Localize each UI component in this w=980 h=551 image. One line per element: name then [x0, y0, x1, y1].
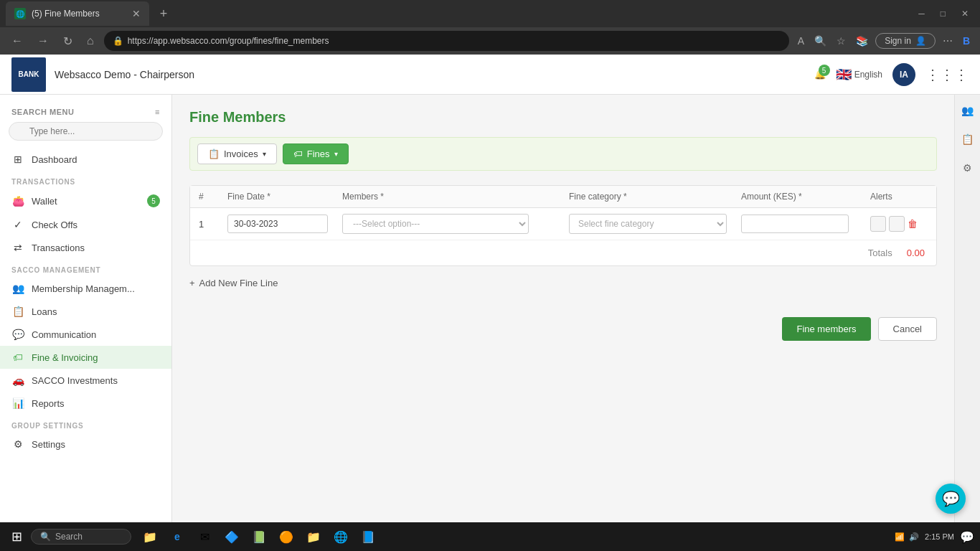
amount-cell: [741, 215, 870, 233]
favorites-icon[interactable]: ☆: [834, 32, 849, 50]
taskbar: ⊞ 🔍 Search 📁 e ✉ 🔷 📗 🟠 📁 🌐 📘 📶 🔊 2:15 PM…: [0, 522, 980, 551]
edge-icon: B: [960, 32, 973, 50]
search-input[interactable]: [9, 122, 163, 141]
taskbar-icon-files[interactable]: 📁: [137, 524, 163, 550]
date-cell: [227, 215, 342, 233]
minimize-button[interactable]: ─: [913, 6, 930, 22]
delete-row-icon[interactable]: 🗑: [908, 218, 918, 230]
search-menu-label: SEARCH MENU ≡: [0, 102, 171, 119]
alert-icon-2[interactable]: [889, 216, 905, 232]
communication-icon: 💬: [11, 329, 24, 340]
sidebar-item-dashboard[interactable]: ⊞ Dashboard: [0, 148, 171, 171]
new-tab-button[interactable]: +: [154, 4, 174, 24]
tab-favicon: 🌐: [14, 8, 26, 19]
taskbar-icon-app3[interactable]: 🟠: [273, 524, 299, 550]
fine-category-select[interactable]: Select fine category: [569, 214, 727, 234]
back-button[interactable]: ←: [7, 32, 27, 50]
alert-icon-1[interactable]: [870, 216, 886, 232]
maximize-button[interactable]: □: [935, 6, 951, 22]
search-icon[interactable]: 🔍: [811, 32, 829, 50]
language-button[interactable]: 🇬🇧 English: [836, 67, 882, 83]
sidebar-item-checkoffs[interactable]: ✓ Check Offs: [0, 213, 171, 236]
add-new-fine-line-button[interactable]: + Add New Fine Line: [189, 272, 278, 294]
start-button[interactable]: ⊞: [6, 526, 28, 547]
table-row: 1 ---Select option--- Select fine catego…: [190, 208, 936, 240]
col-fine-category: Fine category *: [569, 192, 741, 202]
home-button[interactable]: ⌂: [83, 32, 98, 50]
invoices-button[interactable]: 📋 Invoices ▾: [197, 143, 277, 164]
search-input-wrap: 🔍: [0, 119, 171, 148]
alert-icons-cell: 🗑: [870, 216, 928, 232]
sidebar-item-reports[interactable]: 📊 Reports: [0, 392, 171, 415]
page-title: Fine Members: [189, 109, 937, 126]
reports-icon: 📊: [11, 397, 24, 409]
nav-right: A 🔍 ☆ 📚 Sign in 👤 ⋯ B: [795, 32, 973, 50]
lock-icon: 🔒: [113, 36, 123, 46]
menu-lines-icon: ≡: [155, 108, 160, 116]
amount-input[interactable]: [741, 215, 849, 233]
grid-menu-icon[interactable]: ⋮⋮⋮: [925, 66, 969, 83]
taskbar-chat-icon[interactable]: 💬: [960, 530, 974, 544]
sidebar-item-loans[interactable]: 📋 Loans: [0, 300, 171, 323]
sign-in-button[interactable]: Sign in 👤: [875, 33, 936, 49]
main-layout: SEARCH MENU ≡ 🔍 ⊞ Dashboard TRANSACTIONS…: [0, 95, 980, 522]
taskbar-icon-app1[interactable]: 🔷: [219, 524, 245, 550]
sidebar-item-investments[interactable]: 🚗 SACCO Investments: [0, 369, 171, 392]
col-num: #: [199, 192, 227, 202]
sidebar-item-fine-invoicing[interactable]: 🏷 Fine & Invoicing: [0, 346, 171, 369]
browser-tab[interactable]: 🌐 (5) Fine Members ✕: [6, 1, 149, 26]
chat-bubble[interactable]: 💬: [936, 484, 966, 514]
notification-button[interactable]: 🔔 5: [814, 69, 826, 80]
taskbar-icon-app2[interactable]: 📗: [246, 524, 272, 550]
address-bar[interactable]: 🔒 https://app.websacco.com/group/fines/f…: [104, 31, 789, 51]
taskbar-icon-word[interactable]: 📘: [355, 524, 381, 550]
right-panel: 👥 📋 ⚙: [954, 95, 980, 522]
sidebar-item-transactions[interactable]: ⇄ Transactions: [0, 236, 171, 259]
col-fine-date: Fine Date *: [227, 192, 342, 202]
taskbar-right: 📶 🔊 2:15 PM 💬: [895, 530, 974, 544]
transactions-icon: ⇄: [11, 242, 24, 253]
user-avatar[interactable]: IA: [892, 63, 915, 86]
translate-icon[interactable]: A: [795, 32, 807, 50]
header-right: 🔔 5 🇬🇧 English IA ⋮⋮⋮: [814, 63, 969, 86]
fine-date-input[interactable]: [227, 215, 328, 233]
settings-icon: ⚙: [11, 438, 24, 450]
member-select[interactable]: ---Select option---: [342, 214, 529, 234]
taskbar-icon-app5[interactable]: 🌐: [328, 524, 354, 550]
fine-table: # Fine Date * Members * Fine category * …: [189, 185, 937, 266]
browser-nav: ← → ↻ ⌂ 🔒 https://app.websacco.com/group…: [0, 27, 980, 55]
right-panel-icon-2[interactable]: 📋: [958, 129, 978, 149]
more-options-icon[interactable]: ⋯: [940, 32, 956, 50]
right-panel-icon-3[interactable]: ⚙: [958, 158, 978, 178]
sidebar-item-wallet[interactable]: 👛 Wallet 5: [0, 189, 171, 213]
sidebar-item-membership[interactable]: 👥 Membership Managem...: [0, 277, 171, 300]
sys-tray: 📶 🔊: [895, 532, 919, 542]
sidebar-item-communication[interactable]: 💬 Communication: [0, 323, 171, 346]
loans-icon: 📋: [11, 306, 24, 317]
close-button[interactable]: ✕: [956, 6, 974, 22]
col-members: Members *: [342, 192, 569, 202]
membership-icon: 👥: [11, 283, 24, 294]
clock: 2:15 PM: [925, 532, 954, 541]
toolbar: 📋 Invoices ▾ 🏷 Fines ▾: [189, 137, 937, 171]
cancel-button[interactable]: Cancel: [878, 317, 937, 341]
sidebar-item-settings[interactable]: ⚙ Settings: [0, 433, 171, 456]
collections-icon[interactable]: 📚: [853, 32, 871, 50]
flag-icon: 🇬🇧: [836, 67, 852, 83]
reload-button[interactable]: ↻: [59, 32, 77, 51]
right-panel-icon-1[interactable]: 👥: [958, 100, 978, 121]
fines-button[interactable]: 🏷 Fines ▾: [283, 143, 349, 164]
taskbar-icon-mail[interactable]: ✉: [192, 524, 217, 550]
invoices-icon: 📋: [208, 149, 220, 159]
totals-label: Totals: [868, 248, 892, 258]
forward-button[interactable]: →: [33, 32, 53, 50]
taskbar-search[interactable]: 🔍 Search: [31, 529, 131, 545]
wallet-badge: 5: [147, 194, 160, 207]
network-icon: 📶: [895, 532, 905, 542]
taskbar-icon-edge[interactable]: e: [164, 524, 190, 550]
taskbar-icon-app4[interactable]: 📁: [301, 524, 326, 550]
col-alerts: Alerts: [870, 192, 928, 202]
checkoffs-icon: ✓: [11, 219, 24, 230]
fine-members-button[interactable]: Fine members: [782, 317, 870, 341]
tab-close-icon[interactable]: ✕: [132, 8, 141, 19]
